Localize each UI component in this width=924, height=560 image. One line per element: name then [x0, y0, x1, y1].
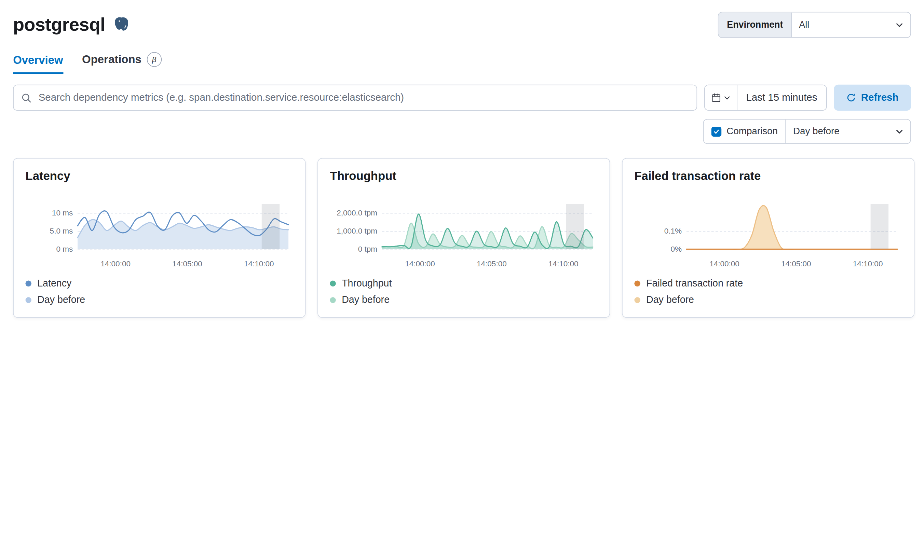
legend-label: Day before	[646, 294, 694, 305]
legend-item[interactable]: Failed transaction rate	[634, 278, 902, 289]
calendar-icon	[711, 93, 721, 102]
comparison-label: Comparison	[726, 126, 778, 136]
apm-dependency-page: postgresql Environment All Overview Oper…	[0, 0, 924, 323]
metric-card: Failed transaction rate 0.1%0%14:00:0014…	[622, 158, 914, 318]
comparison-checkbox[interactable]	[711, 126, 721, 136]
metric-chart: 2,000.0 tpm1,000.0 tpm0 tpm14:00:0014:05…	[330, 198, 597, 268]
legend-label: Failed transaction rate	[646, 278, 743, 289]
svg-text:14:05:00: 14:05:00	[172, 259, 202, 268]
legend-label: Day before	[342, 294, 390, 305]
toolbar: Last 15 minutes Refresh	[13, 85, 911, 111]
tab-overview[interactable]: Overview	[13, 54, 63, 74]
card-title: Latency	[26, 169, 293, 183]
svg-text:2,000.0 tpm: 2,000.0 tpm	[337, 209, 377, 217]
calendar-button[interactable]	[705, 85, 737, 110]
metric-card: Latency 10 ms5.0 ms0 ms14:00:0014:05:001…	[13, 158, 306, 318]
svg-text:0 ms: 0 ms	[56, 245, 73, 253]
svg-text:0%: 0%	[671, 245, 682, 253]
legend-dot	[26, 297, 32, 302]
comparison-checkbox-group[interactable]: Comparison	[704, 120, 786, 143]
refresh-icon	[846, 93, 856, 102]
svg-text:1,000.0 tpm: 1,000.0 tpm	[337, 227, 377, 235]
comparison-select[interactable]: Day before	[786, 120, 910, 143]
environment-label: Environment	[718, 12, 792, 37]
legend-label: Day before	[37, 294, 85, 305]
environment-value: All	[799, 19, 809, 30]
legend-item[interactable]: Day before	[26, 294, 293, 305]
search-input[interactable]	[14, 85, 696, 110]
tab-overview-label: Overview	[13, 54, 63, 67]
chevron-down-icon	[896, 128, 903, 136]
tab-bar: Overview Operations β	[13, 52, 911, 74]
search-box	[13, 85, 697, 111]
svg-text:14:10:00: 14:10:00	[549, 259, 579, 268]
environment-select[interactable]: All	[792, 12, 910, 37]
svg-text:0.1%: 0.1%	[664, 227, 682, 235]
chart-legend: ThroughputDay before	[330, 278, 597, 305]
time-range-label: Last 15 minutes	[746, 92, 817, 104]
svg-text:14:00:00: 14:00:00	[710, 259, 740, 268]
legend-dot	[634, 280, 640, 286]
tab-operations-label: Operations	[82, 53, 141, 66]
page-header: postgresql Environment All	[13, 12, 911, 38]
legend-item[interactable]: Day before	[330, 294, 597, 305]
comparison-control: Comparison Day before	[703, 119, 911, 144]
svg-text:14:05:00: 14:05:00	[781, 259, 811, 268]
chart-legend: Failed transaction rateDay before	[634, 278, 902, 305]
svg-text:14:00:00: 14:00:00	[405, 259, 435, 268]
svg-text:14:05:00: 14:05:00	[477, 259, 507, 268]
environment-control: Environment All	[718, 12, 911, 38]
card-title: Failed transaction rate	[634, 169, 902, 183]
legend-item[interactable]: Throughput	[330, 278, 597, 289]
chart-legend: LatencyDay before	[26, 278, 293, 305]
legend-item[interactable]: Latency	[26, 278, 293, 289]
svg-text:5.0 ms: 5.0 ms	[50, 227, 73, 235]
svg-text:14:10:00: 14:10:00	[244, 259, 274, 268]
comparison-value: Day before	[793, 126, 840, 136]
postgresql-icon	[114, 16, 131, 34]
refresh-label: Refresh	[861, 92, 899, 104]
date-picker: Last 15 minutes	[704, 85, 826, 111]
svg-text:10 ms: 10 ms	[52, 209, 73, 217]
search-icon	[21, 93, 31, 102]
legend-dot	[26, 280, 32, 286]
svg-text:0 tpm: 0 tpm	[358, 245, 377, 253]
check-icon	[713, 128, 719, 135]
tab-operations[interactable]: Operations β	[82, 52, 162, 74]
legend-item[interactable]: Day before	[634, 294, 902, 305]
legend-dot	[330, 297, 336, 302]
metric-cards: Latency 10 ms5.0 ms0 ms14:00:0014:05:001…	[13, 158, 911, 318]
card-title: Throughput	[330, 169, 597, 183]
legend-dot	[330, 280, 336, 286]
metric-chart: 10 ms5.0 ms0 ms14:00:0014:05:0014:10:00	[26, 198, 293, 268]
refresh-button[interactable]: Refresh	[834, 85, 911, 111]
time-range-button[interactable]: Last 15 minutes	[737, 85, 826, 110]
svg-text:14:10:00: 14:10:00	[853, 259, 883, 268]
legend-label: Latency	[37, 278, 71, 289]
beta-badge: β	[147, 52, 162, 67]
comparison-row: Comparison Day before	[13, 119, 911, 144]
svg-text:14:00:00: 14:00:00	[100, 259, 130, 268]
page-title: postgresql	[13, 14, 105, 36]
metric-chart: 0.1%0%14:00:0014:05:0014:10:00	[634, 198, 902, 268]
legend-label: Throughput	[342, 278, 392, 289]
chevron-down-icon	[724, 94, 730, 101]
chevron-down-icon	[896, 21, 903, 29]
legend-dot	[634, 297, 640, 302]
metric-card: Throughput 2,000.0 tpm1,000.0 tpm0 tpm14…	[318, 158, 610, 318]
